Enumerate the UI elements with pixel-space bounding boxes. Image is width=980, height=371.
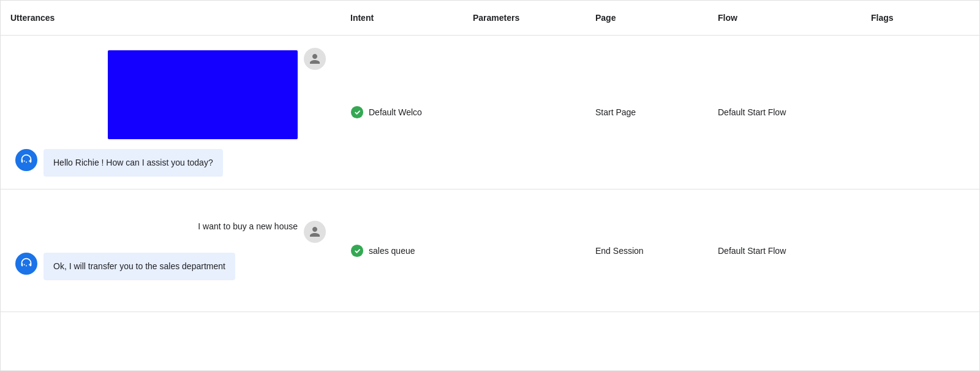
utterances-cell-2: I want to buy a new house Ok, I will tra…	[1, 189, 341, 312]
flow-cell-2: Default Start Flow	[708, 236, 861, 266]
svg-point-0	[351, 106, 363, 118]
flags-cell-2	[861, 241, 980, 261]
intent-cell-1: Default Welco	[341, 96, 463, 129]
flow-cell-1: Default Start Flow	[708, 98, 861, 127]
intent-cell-2: sales queue	[341, 234, 463, 267]
person-icon-2	[309, 226, 321, 238]
svg-point-1	[351, 244, 363, 256]
check-circle-icon-1	[350, 105, 364, 119]
user-avatar-1	[304, 48, 326, 70]
header-flow: Flow	[708, 8, 861, 28]
header-page: Page	[586, 8, 708, 28]
agent-message-container-2: Ok, I will transfer you to the sales dep…	[15, 253, 326, 280]
header-parameters: Parameters	[463, 8, 586, 28]
intent-text-1: Default Welco	[369, 107, 422, 117]
parameters-cell-2	[463, 241, 586, 261]
user-bubble-2: I want to buy a new house	[198, 221, 298, 233]
page-cell-1: Start Page	[586, 98, 708, 127]
header-intent: Intent	[341, 8, 463, 28]
headset-icon-2	[20, 258, 32, 270]
agent-bubble-1: Hello Richie ! How can I assist you toda…	[43, 149, 223, 177]
headset-icon-1	[20, 154, 32, 166]
header-flags: Flags	[861, 8, 980, 28]
blue-block	[108, 50, 298, 139]
table-row: [Intent] projects/ Hello Richie ! How ca…	[1, 36, 979, 189]
agent-bubble-2: Ok, I will transfer you to the sales dep…	[43, 253, 235, 280]
agent-avatar-1	[15, 149, 37, 171]
table-header: Utterances Intent Parameters Page Flow F…	[1, 1, 979, 36]
agent-message-container-1: Hello Richie ! How can I assist you toda…	[15, 149, 326, 177]
user-message-container-2: I want to buy a new house	[15, 221, 326, 243]
agent-avatar-2	[15, 253, 37, 275]
page-cell-2: End Session	[586, 236, 708, 266]
utterances-cell-1: [Intent] projects/ Hello Richie ! How ca…	[1, 36, 341, 189]
person-icon	[309, 53, 321, 65]
parameters-cell-1	[463, 102, 586, 122]
user-message-container-1: [Intent] projects/	[15, 48, 326, 139]
flags-cell-1	[861, 102, 980, 122]
main-table: Utterances Intent Parameters Page Flow F…	[0, 0, 980, 371]
check-circle-icon-2	[350, 244, 364, 258]
table-row: I want to buy a new house Ok, I will tra…	[1, 189, 979, 312]
user-avatar-2	[304, 221, 326, 243]
header-utterances: Utterances	[1, 8, 341, 28]
intent-text-2: sales queue	[369, 246, 415, 256]
